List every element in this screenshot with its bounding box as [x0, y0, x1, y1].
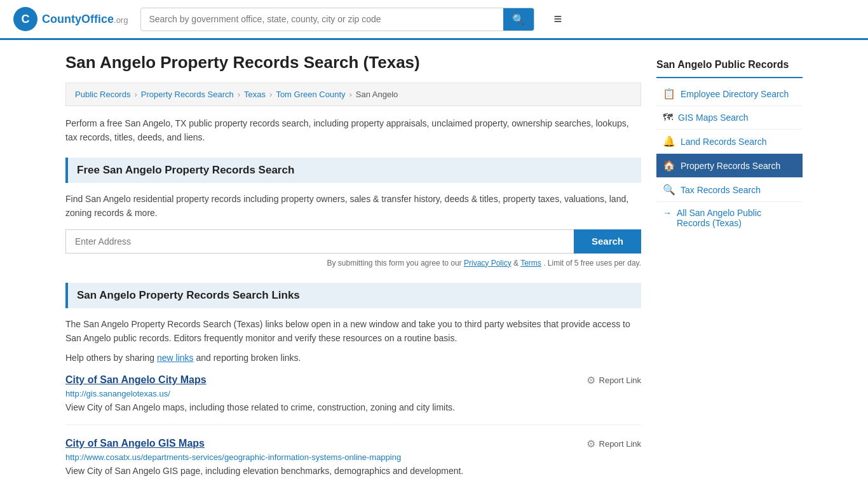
link-1-title[interactable]: City of San Angelo City Maps [65, 374, 207, 386]
share-text: Help others by sharing new links and rep… [65, 353, 641, 363]
sidebar-all-link[interactable]: → All San Angelo Public Records (Texas) [656, 202, 803, 234]
report-icon-1: ⚙ [587, 374, 595, 386]
search-description: Find San Angelo residential property rec… [65, 192, 641, 220]
report-icon-2: ⚙ [587, 438, 595, 450]
sidebar-item-property-records[interactable]: 🏠 Property Records Search [656, 154, 803, 178]
link-1-description: View City of San Angelo maps, including … [65, 401, 641, 414]
search-icon: 🔍 [512, 14, 525, 25]
sidebar-item-property-label: Property Records Search [681, 161, 780, 171]
link-item-2-header: City of San Angelo GIS Maps ⚙ Report Lin… [65, 438, 641, 450]
link-1-url[interactable]: http://gis.sanangelotexas.us/ [65, 389, 641, 398]
breadcrumb-sep-3: › [269, 90, 272, 99]
breadcrumb-public-records[interactable]: Public Records [75, 90, 130, 99]
breadcrumb-san-angelo: San Angelo [356, 90, 398, 99]
sidebar-all-arrow: → [663, 208, 672, 218]
limit-text: Limit of 5 free uses per day. [548, 259, 641, 268]
report-link-1-label: Report Link [599, 376, 641, 385]
land-records-icon: 🔔 [663, 135, 675, 147]
link-item-1: City of San Angelo City Maps ⚙ Report Li… [65, 374, 641, 425]
report-link-2-label: Report Link [599, 439, 641, 449]
search-button[interactable]: Search [574, 229, 641, 254]
logo-icon: C [13, 6, 38, 32]
page-title: San Angelo Property Records Search (Texa… [65, 53, 641, 72]
breadcrumb-sep-2: › [238, 90, 240, 99]
sidebar-title: San Angelo Public Records [656, 53, 803, 78]
links-heading: San Angelo Property Records Search Links [65, 283, 641, 308]
privacy-policy-link[interactable]: Privacy Policy [464, 259, 512, 268]
disclaimer-and: & [513, 259, 520, 268]
hamburger-menu-icon[interactable]: ≡ [553, 11, 562, 27]
free-search-section: Free San Angelo Property Records Search … [65, 158, 641, 268]
new-links-link[interactable]: new links [157, 353, 194, 363]
link-2-title[interactable]: City of San Angelo GIS Maps [65, 438, 205, 449]
disclaimer-text: By submitting this form you agree to our [327, 259, 462, 268]
share-prefix: Help others by sharing [65, 353, 154, 363]
report-link-2-button[interactable]: ⚙ Report Link [587, 438, 641, 450]
link-item-2: City of San Angelo GIS Maps ⚙ Report Lin… [65, 438, 641, 488]
sidebar-item-tax-label: Tax Records Search [681, 185, 761, 195]
breadcrumb-sep-1: › [134, 90, 137, 99]
sidebar-item-land-label: Land Records Search [681, 137, 766, 147]
link-2-url[interactable]: http://www.cosatx.us/departments-service… [65, 452, 641, 462]
gis-maps-icon: 🗺 [663, 112, 673, 123]
form-disclaimer: By submitting this form you agree to our… [65, 259, 641, 268]
breadcrumb-texas[interactable]: Texas [244, 90, 266, 99]
terms-link[interactable]: Terms [520, 259, 541, 268]
svg-text:C: C [22, 13, 30, 25]
header-search-input[interactable] [141, 9, 503, 29]
logo-suffix: .org [114, 15, 128, 25]
logo[interactable]: C CountyOffice.org [13, 6, 128, 32]
logo-text: CountyOffice [42, 13, 114, 25]
tax-records-icon: 🔍 [663, 184, 675, 196]
share-suffix: and reporting broken links. [196, 353, 301, 363]
header-search-button[interactable]: 🔍 [503, 8, 534, 30]
sidebar-item-land-records[interactable]: 🔔 Land Records Search [656, 130, 803, 154]
link-item-1-header: City of San Angelo City Maps ⚙ Report Li… [65, 374, 641, 386]
header-search-bar: 🔍 [140, 8, 534, 31]
sidebar-item-gis-label: GIS Maps Search [678, 112, 749, 123]
sidebar-item-employee-label: Employee Directory Search [681, 89, 789, 99]
breadcrumb-tom-green[interactable]: Tom Green County [276, 90, 345, 99]
breadcrumb-sep-4: › [349, 90, 352, 99]
sidebar-all-label: All San Angelo Public Records (Texas) [677, 208, 796, 228]
page-description: Perform a free San Angelo, TX public pro… [65, 116, 641, 145]
disclaimer-limit: . [543, 259, 548, 268]
sidebar-item-employee-directory[interactable]: 📋 Employee Directory Search [656, 82, 803, 106]
report-link-1-button[interactable]: ⚙ Report Link [587, 374, 641, 386]
property-records-icon: 🏠 [663, 159, 675, 172]
breadcrumb: Public Records › Property Records Search… [65, 83, 641, 106]
sidebar-item-gis-maps[interactable]: 🗺 GIS Maps Search [656, 106, 803, 130]
employee-directory-icon: 📋 [663, 88, 675, 100]
address-input[interactable] [65, 229, 574, 254]
links-description: The San Angelo Property Records Search (… [65, 317, 641, 346]
link-2-description: View City of San Angelo GIS page, includ… [65, 464, 641, 478]
sidebar-item-tax-records[interactable]: 🔍 Tax Records Search [656, 178, 803, 202]
address-search-form: Search [65, 229, 641, 254]
links-section: San Angelo Property Records Search Links… [65, 283, 641, 488]
free-search-heading: Free San Angelo Property Records Search [65, 158, 641, 183]
breadcrumb-property-records[interactable]: Property Records Search [141, 90, 234, 99]
sidebar: San Angelo Public Records 📋 Employee Dir… [656, 53, 803, 488]
